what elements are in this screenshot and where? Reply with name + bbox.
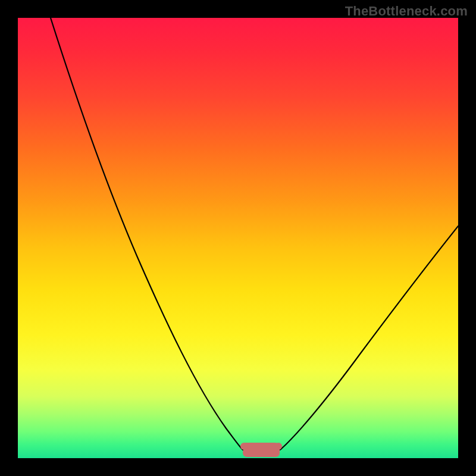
blob-left-dot bbox=[240, 443, 248, 450]
chart-root: TheBottleneck.com bbox=[0, 0, 476, 476]
blob-right-dot bbox=[275, 443, 282, 450]
plot-area bbox=[18, 18, 458, 458]
optimal-zone-blob bbox=[243, 443, 280, 457]
bottleneck-curve bbox=[51, 18, 458, 451]
watermark-text: TheBottleneck.com bbox=[345, 4, 468, 19]
curve-overlay bbox=[18, 18, 458, 458]
